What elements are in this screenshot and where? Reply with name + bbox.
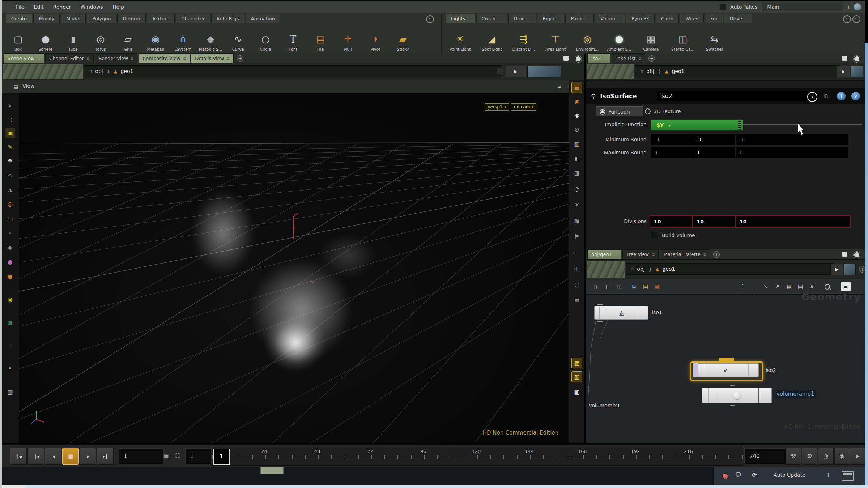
node-iso2[interactable]: ✔ bbox=[693, 363, 759, 377]
shelf-tool[interactable]: Box bbox=[4, 24, 32, 53]
handles-icon[interactable]: ◇ bbox=[5, 170, 15, 180]
node-name-field[interactable]: iso2 bbox=[657, 91, 808, 101]
keyframe-options-icon[interactable]: ◔ bbox=[818, 448, 834, 465]
shelf-tool[interactable]: Metaball bbox=[142, 24, 169, 53]
new-tab-icon[interactable] bbox=[648, 55, 655, 62]
menu-item[interactable]: Windows bbox=[80, 4, 103, 10]
realtime-toggle-icon[interactable]: ▦ bbox=[161, 450, 171, 461]
path-node[interactable]: geo1 bbox=[120, 68, 133, 74]
pin-parameters-icon[interactable] bbox=[807, 92, 817, 102]
help-icon[interactable]: ? bbox=[851, 92, 860, 100]
shelf-tab[interactable]: Character bbox=[176, 14, 210, 23]
layout-nodes-icon[interactable]: ▦ bbox=[784, 282, 793, 291]
shelf-tool[interactable]: Camera bbox=[635, 24, 667, 53]
path-forward-icon[interactable] bbox=[837, 66, 850, 77]
material-ball-icon[interactable]: ● bbox=[5, 271, 15, 281]
grid-snap-icon[interactable]: ▦ bbox=[572, 358, 582, 368]
shelf-tool[interactable]: LSystem bbox=[169, 24, 197, 53]
take-selector[interactable]: Main bbox=[762, 3, 843, 11]
info-icon[interactable]: i bbox=[837, 92, 846, 100]
pose-tool-icon[interactable]: ◮ bbox=[5, 184, 15, 194]
shelf-tool[interactable]: Torus bbox=[87, 24, 114, 53]
pane-tab[interactable]: Material Palette bbox=[660, 249, 710, 259]
list-view-icon[interactable]: ▤ bbox=[796, 282, 805, 291]
viewport-layout-icon[interactable]: ▤ bbox=[14, 84, 18, 89]
memory-monitor-icon[interactable]: ▣ bbox=[572, 387, 582, 397]
shelf-tool[interactable]: Curve bbox=[224, 24, 252, 53]
shelf-tool[interactable]: Point Light bbox=[444, 24, 476, 53]
path-node[interactable]: geo1 bbox=[672, 68, 684, 74]
background-icon[interactable]: ▩ bbox=[572, 215, 582, 226]
timeline-ruler[interactable]: 1 24487296120144168192216 bbox=[212, 447, 743, 466]
pane-tab[interactable]: obj/geo1 bbox=[587, 249, 621, 259]
update-mode-selector[interactable]: Auto Update bbox=[774, 472, 805, 478]
view-tool-icon[interactable]: ◈ bbox=[5, 242, 15, 252]
jump-to-network-icon[interactable] bbox=[822, 92, 830, 100]
shelf-tab[interactable]: Model bbox=[61, 14, 86, 23]
construction-plane-icon[interactable]: ▧ bbox=[572, 372, 582, 382]
scene-path-field[interactable]: obj geo1 bbox=[84, 65, 501, 77]
shelf-tab[interactable]: Drive... bbox=[724, 14, 752, 23]
shelf-tab[interactable]: Cloth bbox=[656, 14, 679, 23]
menu-item[interactable]: Help bbox=[112, 4, 124, 10]
auto-takes-checkbox[interactable] bbox=[720, 4, 726, 10]
pane-maximize-icon[interactable] bbox=[842, 252, 847, 257]
pin-pane-icon[interactable] bbox=[527, 66, 561, 77]
shelf-tool[interactable]: Grid bbox=[114, 24, 142, 53]
pane-tab[interactable]: Composite View bbox=[139, 53, 190, 63]
points-display-icon[interactable]: ⁘ bbox=[5, 341, 15, 351]
notes-icon[interactable]: ▤ bbox=[641, 282, 650, 291]
home-view-icon[interactable]: ◉ bbox=[572, 110, 582, 120]
integer-frames-icon[interactable]: ⛶ bbox=[173, 450, 182, 461]
shading-icon[interactable]: ◔ bbox=[572, 184, 582, 194]
shelf-tool[interactable]: Tube bbox=[59, 24, 87, 53]
shelf-tool[interactable]: Font bbox=[279, 24, 307, 53]
param-path-field[interactable]: obj geo1 bbox=[635, 65, 841, 77]
audio-options-icon[interactable]: ◉ bbox=[834, 448, 850, 465]
shelf-tool[interactable]: Environm... bbox=[571, 24, 603, 53]
path-root[interactable]: obj bbox=[646, 68, 654, 74]
prev-keyframe-icon[interactable]: ❙◂ bbox=[27, 448, 44, 465]
perspective-icon[interactable]: ◧ bbox=[572, 153, 582, 163]
node-iso1[interactable]: ◭ bbox=[594, 306, 648, 320]
pin-pane-icon[interactable] bbox=[851, 66, 863, 77]
shelf-tool[interactable]: Spot Light bbox=[476, 24, 508, 53]
node-volumeramp1[interactable] bbox=[702, 388, 772, 403]
menu-item[interactable]: File bbox=[16, 4, 24, 10]
shelf-tab[interactable]: Create bbox=[6, 14, 32, 23]
viewport-split-icon[interactable]: ⊞ bbox=[557, 84, 561, 89]
take-menu-icon[interactable] bbox=[848, 4, 850, 10]
path-root[interactable]: obj bbox=[637, 266, 644, 272]
viewport-3d[interactable]: persp1 no cam HD Non-Commercial Edition bbox=[19, 93, 569, 443]
menu-dots-icon[interactable]: ⁞ bbox=[738, 282, 747, 291]
box-container-icon[interactable]: ▦ bbox=[652, 282, 662, 291]
dots-icon[interactable]: ‥ bbox=[749, 282, 759, 291]
copy-nodes-icon[interactable]: ⧉ bbox=[629, 282, 639, 291]
pane-maximize-icon[interactable] bbox=[563, 56, 569, 61]
range-start-field[interactable]: 1 bbox=[185, 448, 212, 464]
pin-pane-icon[interactable] bbox=[844, 264, 856, 275]
pane-menu-icon[interactable] bbox=[854, 56, 860, 62]
global-animation-icon[interactable]: ⚙ bbox=[802, 448, 817, 465]
visibility-icon[interactable]: ◍ bbox=[5, 317, 15, 328]
frame-selected-icon[interactable]: ⊙ bbox=[572, 124, 582, 134]
playback-controls-icon[interactable]: ⚒ bbox=[786, 448, 801, 465]
network-canvas[interactable]: Geometry HD Non-Commercial Edition ◭ iso… bbox=[586, 294, 865, 443]
ortho-icon[interactable]: ◨ bbox=[572, 168, 582, 178]
desktop-icon[interactable] bbox=[854, 3, 861, 10]
pane-tab[interactable]: Channel Editor bbox=[45, 53, 93, 63]
min-bound-y-field[interactable]: -1 bbox=[693, 134, 736, 145]
normals-display-icon[interactable]: ⫯ bbox=[5, 364, 15, 374]
path-forward-icon[interactable] bbox=[506, 66, 526, 77]
path-options-icon[interactable] bbox=[497, 68, 503, 74]
shelf-scroll-icon[interactable] bbox=[843, 15, 851, 23]
camera-lock-icon[interactable]: ▥ bbox=[572, 139, 582, 149]
refresh-icon[interactable]: ⟳ bbox=[752, 471, 757, 479]
shelf-tab[interactable]: Deform bbox=[117, 14, 145, 23]
pane-tab[interactable]: iso2 bbox=[587, 53, 610, 63]
node-label[interactable]: volumeramp1 bbox=[775, 390, 816, 398]
shelf-options-icon[interactable] bbox=[852, 15, 860, 23]
shelf-tab[interactable]: Volum... bbox=[595, 14, 625, 23]
shelf-tab[interactable]: Wires bbox=[680, 14, 704, 23]
shelf-tool[interactable]: Null bbox=[334, 24, 362, 53]
